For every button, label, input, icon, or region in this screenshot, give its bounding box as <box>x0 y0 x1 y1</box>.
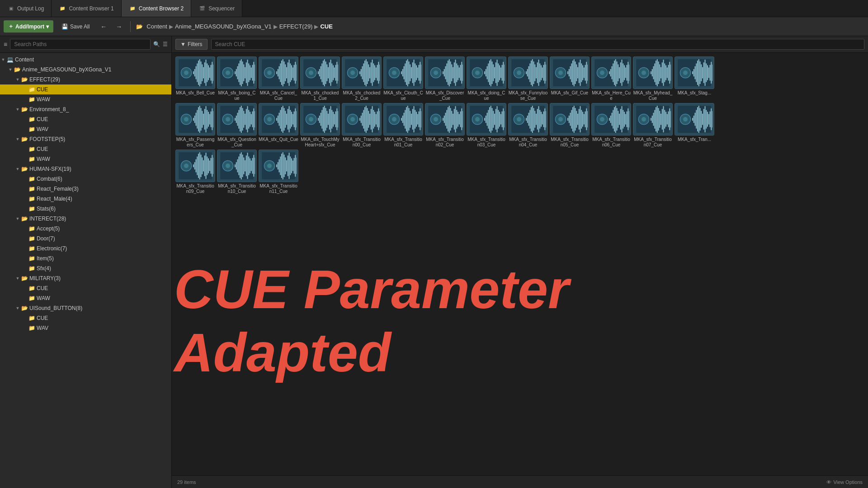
tree-item[interactable]: ▼📂HUMAN-SFX(19) <box>0 164 171 174</box>
add-import-button[interactable]: ＋ Add/Import ▾ <box>4 20 53 33</box>
asset-item[interactable]: MKA_sfx_Quit_Cue <box>259 103 298 148</box>
tree-item[interactable]: 📁Combat(6) <box>0 174 171 184</box>
asset-item[interactable]: MKA_sfx_boing_Cue <box>217 56 257 101</box>
asset-item[interactable]: MKA_sfx_Tran... <box>675 103 714 148</box>
search-paths-input[interactable] <box>10 39 151 50</box>
asset-item[interactable]: MKA_sfx_Transition04_Cue <box>508 103 548 148</box>
svg-rect-177 <box>500 67 501 78</box>
asset-item[interactable]: MKA_sfx_chocked1_Cue <box>300 56 340 101</box>
asset-item[interactable]: MKA_sfx_Transition01_Cue <box>383 103 423 148</box>
tree-item[interactable]: ▼📂MILITARY(3) <box>0 273 171 283</box>
nav-forward-button[interactable]: → <box>113 21 125 32</box>
asset-item[interactable]: MKA_sfx_Transition10_Cue <box>217 150 257 194</box>
tree-item[interactable]: ▼📂EFFECT(29) <box>0 75 171 84</box>
tab-content-browser-2[interactable]: 📁 Content Browser 2 <box>122 0 191 17</box>
search-content-input[interactable] <box>211 39 864 50</box>
tree-item[interactable]: 📁CUE <box>0 144 171 154</box>
plus-icon: ＋ <box>8 23 14 30</box>
svg-rect-219 <box>579 62 580 83</box>
tree-item[interactable]: 📁CUE <box>0 283 171 293</box>
breadcrumb-content[interactable]: Content <box>146 23 167 30</box>
tree-item[interactable]: ▼📂UISound_BUTTON(8) <box>0 303 171 313</box>
tab-sequencer[interactable]: 🎬 Sequencer <box>191 0 242 17</box>
tree-item[interactable]: 📁WAW <box>0 154 171 164</box>
asset-item[interactable]: MKA_sfx_Clouth_Cue <box>383 56 423 101</box>
asset-item[interactable]: MKA_sfx_Discover_Cue <box>425 56 465 101</box>
tree-item[interactable]: 📁Electronic(7) <box>0 244 171 253</box>
asset-item[interactable]: MKA_sfx_Transition02_Cue <box>425 103 465 148</box>
asset-label: MKA_sfx_doing_Cue <box>467 90 506 101</box>
asset-item[interactable]: MKA_sfx_Funnyloose_Cue <box>508 56 548 101</box>
view-options[interactable]: 👁 View Options <box>826 479 863 485</box>
tree-item[interactable]: 📁Accept(5) <box>0 224 171 234</box>
asset-item[interactable]: MKA_sfx_Question_Cue <box>217 103 257 148</box>
dropdown-arrow-icon: ▾ <box>46 23 49 30</box>
svg-rect-6 <box>197 63 198 82</box>
asset-label: MKA_sfx_Transition07_Cue <box>633 137 673 148</box>
svg-rect-428 <box>415 110 415 129</box>
asset-item[interactable]: MKA_sfx_Transition03_Cue <box>467 103 506 148</box>
tree-item[interactable]: 📁React_Female(3) <box>0 184 171 194</box>
svg-rect-331 <box>242 108 243 131</box>
tree-item[interactable]: 📁CUE <box>0 313 171 323</box>
tree-item[interactable]: ▼💻Content <box>0 55 171 65</box>
tree-item[interactable]: 📁CUE <box>0 84 171 94</box>
asset-item[interactable]: MKA_sfx_Passengers_Cue <box>175 103 215 148</box>
asset-item[interactable]: MKA_sfx_Transition07_Cue <box>633 103 673 148</box>
svg-rect-469 <box>492 108 493 131</box>
tree-item[interactable]: 📁WAV <box>0 323 171 333</box>
svg-rect-373 <box>321 113 321 126</box>
svg-rect-546 <box>627 112 627 127</box>
asset-item[interactable]: MKA_sfx_Bell_Cue <box>175 56 215 101</box>
filters-button[interactable]: ▼ Filters <box>175 39 208 50</box>
tree-item[interactable]: 📁Item(5) <box>0 253 171 263</box>
asset-item[interactable]: MKA_sfx_Transition06_Cue <box>591 103 631 148</box>
svg-rect-628 <box>240 154 241 178</box>
tree-item[interactable]: 📁React_Male(4) <box>0 194 171 204</box>
asset-item[interactable]: MKA_sfx_Transition05_Cue <box>550 103 590 148</box>
svg-rect-557 <box>653 113 654 126</box>
asset-item[interactable]: MKA_sfx_Cancel_Cue <box>259 56 298 101</box>
tree-label: CUE <box>37 86 48 93</box>
asset-item[interactable]: MKA_sfx_Gif_Cue <box>550 56 590 101</box>
tree-item[interactable]: ▼📂Environment_8_ <box>0 104 171 114</box>
tab-output-log[interactable]: ▣ Output Log <box>0 0 52 17</box>
tree-item[interactable]: 📁WAV <box>0 124 171 134</box>
tree-item[interactable]: ▼📂Anime_MEGASOUND_byXGona_V1 <box>0 65 171 75</box>
svg-rect-30 <box>240 61 241 85</box>
breadcrumb-effect[interactable]: EFFECT(29) <box>279 23 313 30</box>
svg-rect-65 <box>296 65 297 81</box>
nav-back-button[interactable]: ← <box>98 21 109 32</box>
asset-item[interactable]: MKA_sfx_chocked2_Cue <box>342 56 382 101</box>
tree-item[interactable]: 📁CUE <box>0 114 171 124</box>
tree-item[interactable]: 📁WAW <box>0 293 171 303</box>
svg-rect-446 <box>450 108 451 131</box>
tree-item[interactable]: 📁Sfx(4) <box>0 263 171 273</box>
breadcrumb-anime[interactable]: Anime_MEGASOUND_byXGona_V1 <box>175 23 272 30</box>
breadcrumb-cue[interactable]: CUE <box>320 23 332 30</box>
svg-rect-294 <box>711 62 712 84</box>
svg-rect-180 <box>504 65 505 81</box>
tree-item[interactable]: 📁WAW <box>0 94 171 104</box>
asset-item[interactable]: MKA_sfx_Here_Cue <box>591 56 631 101</box>
asset-item[interactable]: MKA_sfx_TouchMyHeart+sfx_Cue <box>300 103 340 148</box>
svg-rect-33 <box>243 64 244 81</box>
tab-content-browser-1[interactable]: 📁 Content Browser 1 <box>52 0 121 17</box>
asset-item[interactable]: MKA_sfx_doing_Cue <box>467 56 506 101</box>
svg-rect-75 <box>321 63 322 82</box>
tree-item[interactable]: ▼📂FOOTSTEP(5) <box>0 134 171 144</box>
asset-item[interactable]: MKA_sfx_Transition11_Cue <box>259 150 298 194</box>
tree-item[interactable]: 📁Door(7) <box>0 234 171 244</box>
asset-item[interactable]: MKA_sfx_Stag... <box>675 56 714 101</box>
asset-item[interactable]: MKA_sfx_Myhead_Cue <box>633 56 673 101</box>
svg-rect-165 <box>486 69 486 77</box>
svg-rect-501 <box>544 108 545 130</box>
svg-rect-171 <box>493 64 494 81</box>
tree-item[interactable]: ▼📂INTERECT(28) <box>0 214 171 224</box>
tree-item[interactable]: 📁Stats(6) <box>0 204 171 214</box>
svg-rect-594 <box>712 111 712 128</box>
svg-rect-419 <box>404 113 405 126</box>
save-all-button[interactable]: 💾 Save All <box>57 21 94 32</box>
asset-item[interactable]: MKA_sfx_Transition09_Cue <box>175 150 215 194</box>
asset-item[interactable]: MKA_sfx_Transition00_Cue <box>342 103 382 148</box>
